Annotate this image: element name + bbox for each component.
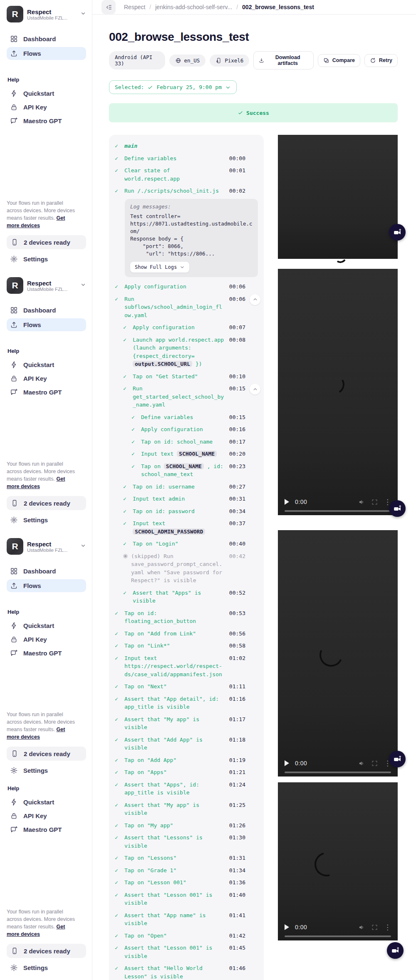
devices-ready-button[interactable]: 2 devices ready [7,747,86,761]
device-icon [11,238,18,246]
devices-ready-button[interactable]: 2 devices ready [7,235,86,249]
result-row: ✓main✓Define variables00:00✓Clear state … [109,135,398,980]
step-label: Input text https://respect.world/respect… [124,654,225,679]
fullscreen-icon[interactable] [371,924,378,931]
video-progress-bar[interactable] [285,510,391,512]
step-row: ✓Tap on "Get Started"00:10 [123,370,258,383]
sidebar-item-maestro-gpt[interactable]: Maestro GPT [7,647,86,660]
check-icon: ✓ [115,866,121,875]
video-player[interactable]: 0:00 ⋮ [278,782,398,940]
workspace-switcher[interactable]: R Respect UstadMobile FZL... [7,538,86,555]
workspace-logo: R [7,6,23,22]
step-timestamp: 01:30 [228,834,245,850]
retry-button[interactable]: Retry [364,54,398,67]
video-player[interactable]: 0:00 ⋮ [278,269,398,515]
sidebar-item-settings[interactable]: Settings [7,514,86,526]
sidebar-item-quickstart[interactable]: Quickstart [7,619,86,632]
play-button[interactable] [285,760,289,766]
breadcrumb-project[interactable]: Respect [124,4,145,10]
selected-run-dropdown[interactable]: Selected: February 25, 9:00 pm [109,80,237,94]
step-row: ✓Run get_started_select_school_by_name.y… [123,382,258,411]
check-icon: ✓ [123,519,129,536]
step-timestamp: 00:02 [228,187,245,195]
sidebar-item-api-key[interactable]: API Key [7,372,86,385]
volume-icon[interactable] [358,760,365,767]
sidebar-item-dashboard[interactable]: Dashboard [7,304,86,317]
sidebar-item-api-key[interactable]: API Key [7,633,86,646]
play-button[interactable] [285,499,289,505]
step-label: Input text SCHOOL_ADMIN_PASSWORD [133,519,225,536]
step-timestamp: 01:25 [228,801,245,817]
sidebar-item-flows[interactable]: Flows [7,47,86,60]
step-row: ✓Launch app world.respect.app (launch ar… [123,334,258,370]
collapse-step-button[interactable] [250,294,260,305]
record-video-fab[interactable] [389,500,406,517]
record-video-fab[interactable] [389,224,406,241]
check-icon: ✓ [115,154,121,163]
video-player[interactable]: 0:00 ⋮ [278,530,398,777]
sidebar-item-api-key[interactable]: API Key [7,809,86,822]
breadcrumb-run[interactable]: jenkins-add-school-self-serv... [155,4,232,10]
step-row: ✓Input text SCHOOL_ADMIN_PASSWORD00:37 [123,517,258,538]
fullscreen-icon[interactable] [371,760,378,767]
breadcrumb-separator: / [236,4,238,10]
step-row: ✓Input text admin00:31 [123,493,258,505]
video-player[interactable] [278,135,398,259]
sidebar-item-quickstart[interactable]: Quickstart [7,87,86,100]
sidebar-item-quickstart[interactable]: Quickstart [7,796,86,809]
step-label: Assert that "App name" is visible [124,911,225,928]
check-icon: ✓ [115,932,121,940]
step-timestamp: 00:06 [228,295,245,320]
step-timestamp: 00:01 [228,166,245,183]
sidebar-item-settings[interactable]: Settings [7,961,86,974]
play-button[interactable] [285,924,289,930]
step-row: ✓Assert that "Apps" is visible00:52 [123,587,258,607]
step-label: Clear state of world.respect.app [124,166,225,183]
step-label: Run get_started_select_school_by_name.ya… [133,385,225,409]
step-row: (skipped) Run save_password_prompt_cance… [123,550,258,587]
fullscreen-icon[interactable] [371,499,378,506]
check-icon: ✓ [123,589,129,605]
check-icon: ✓ [115,834,121,850]
sidebar-item-quickstart[interactable]: Quickstart [7,358,86,371]
volume-icon[interactable] [358,924,365,931]
record-video-fab[interactable] [389,751,406,767]
record-video-fab[interactable] [387,942,404,959]
devices-ready-button[interactable]: 2 devices ready [7,496,86,510]
download-artifacts-button[interactable]: Download artifacts [253,51,313,69]
kebab-menu-icon[interactable]: ⋮ [384,924,391,931]
sidebar-item-settings[interactable]: Settings [7,253,86,265]
check-icon: ✓ [115,781,121,797]
sidebar-item-maestro-gpt[interactable]: Maestro GPT [7,114,86,127]
devices-ready-button[interactable]: 2 devices ready [7,944,86,958]
devices-promo-text: Your flows run in parallel across device… [7,460,75,491]
sidebar-item-dashboard[interactable]: Dashboard [7,565,86,578]
sidebar-item-settings[interactable]: Settings [7,764,86,777]
step-timestamp: 01:42 [228,932,245,940]
check-icon: ✓ [115,801,121,817]
sidebar-item-maestro-gpt[interactable]: Maestro GPT [7,386,86,399]
step-row: ✓Assert that "Lesson 001" is visible01:4… [115,889,258,909]
workspace-switcher[interactable]: R Respect UstadMobile FZL... [7,277,86,294]
sidebar-item-flows[interactable]: Flows [7,318,86,331]
step-timestamp [228,142,245,150]
step-label: Input text SCHOOL_NAME [141,450,225,458]
sidebar-item-api-key[interactable]: API Key [7,101,86,114]
sidebar-collapse-button[interactable] [102,0,116,14]
step-label: (skipped) Run save_password_prompt_cance… [131,552,225,585]
collapse-step-button[interactable] [250,384,260,394]
sidebar-item-dashboard[interactable]: Dashboard [7,32,86,45]
dashboard-icon [10,35,18,43]
show-full-logs-button[interactable]: Show Full Logs [130,262,189,273]
volume-icon[interactable] [358,499,365,506]
sidebar-item-flows[interactable]: Flows [7,579,86,592]
step-label: Tap on id: school_name [141,438,225,446]
step-row: ✓Assert that "My app" is visible01:25 [115,799,258,819]
workspace-switcher[interactable]: R Respect UstadMobile FZL... [7,6,86,22]
video-progress-bar[interactable] [285,935,391,937]
check-icon: ✓ [115,715,121,732]
compare-button[interactable]: Compare [318,54,360,67]
step-timestamp: 01:17 [228,715,245,732]
sidebar-item-maestro-gpt[interactable]: Maestro GPT [7,823,86,836]
video-progress-bar[interactable] [285,772,391,773]
